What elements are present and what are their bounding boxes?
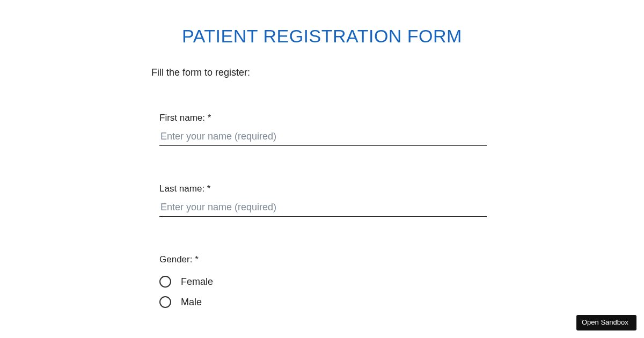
gender-option-male[interactable]: Male: [159, 296, 487, 308]
last-name-label: Last name: *: [159, 183, 487, 194]
first-name-label: First name: *: [159, 113, 487, 123]
first-name-field: First name: *: [159, 113, 487, 146]
last-name-input[interactable]: [159, 200, 487, 217]
form-subtitle: Fill the form to register:: [151, 67, 644, 78]
registration-form: First name: * Last name: * Gender: * Fem…: [159, 113, 487, 338]
gender-field: Gender: * Female Male: [159, 254, 487, 308]
radio-female[interactable]: [159, 276, 171, 288]
gender-option-female[interactable]: Female: [159, 276, 487, 288]
open-sandbox-button[interactable]: Open Sandbox: [576, 315, 636, 330]
first-name-input[interactable]: [159, 129, 487, 146]
radio-female-label: Female: [181, 276, 213, 288]
gender-label: Gender: *: [159, 254, 487, 265]
page-title: PATIENT REGISTRATION FORM: [0, 26, 644, 47]
last-name-field: Last name: *: [159, 183, 487, 217]
radio-male-label: Male: [181, 297, 202, 308]
radio-male[interactable]: [159, 296, 171, 308]
